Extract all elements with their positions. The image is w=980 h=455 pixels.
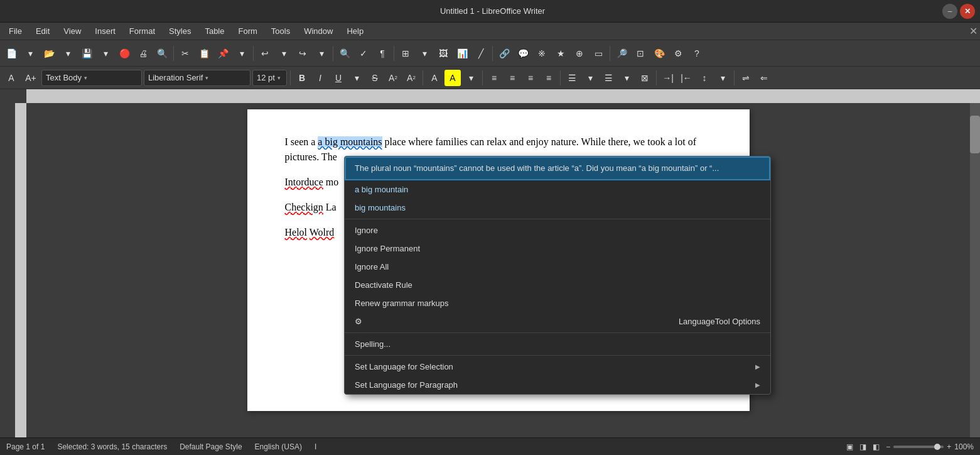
deactivate-rule-menu-item[interactable]: Deactivate Rule bbox=[345, 276, 770, 294]
vertical-scrollbar[interactable] bbox=[970, 103, 980, 437]
para-spacing-dropdown-button[interactable]: ▾ bbox=[714, 70, 731, 86]
justify-button[interactable]: ≡ bbox=[541, 70, 557, 86]
close-button[interactable]: ✕ bbox=[960, 4, 975, 19]
ignore-permanent-menu-item[interactable]: Ignore Permanent bbox=[345, 239, 770, 258]
view-web-icon[interactable]: ◨ bbox=[859, 442, 866, 451]
line-button[interactable]: ╱ bbox=[472, 45, 490, 62]
outline-remove-button[interactable]: ⊠ bbox=[637, 70, 653, 86]
view-book-icon[interactable]: ◧ bbox=[873, 442, 880, 451]
print-button[interactable]: 🖨 bbox=[134, 45, 152, 62]
new-style-button[interactable]: A+ bbox=[22, 69, 40, 87]
save-button[interactable]: 💾 bbox=[78, 45, 95, 62]
highlight-dropdown-button[interactable]: ▾ bbox=[463, 70, 479, 86]
links-button[interactable]: 🔗 bbox=[495, 45, 513, 62]
numbering-button[interactable]: ☰ bbox=[600, 70, 617, 86]
style-list-button[interactable]: A bbox=[3, 69, 20, 87]
copy-button[interactable]: 📋 bbox=[195, 45, 213, 62]
table-dropdown-button[interactable]: ▾ bbox=[416, 45, 433, 62]
table-button[interactable]: ⊞ bbox=[397, 45, 414, 62]
paragraph-spacing-button[interactable]: ↕ bbox=[696, 70, 713, 86]
align-right-button[interactable]: ≡ bbox=[522, 70, 539, 86]
view-normal-icon[interactable]: ▣ bbox=[846, 442, 853, 451]
footnote-button[interactable]: ※ bbox=[533, 45, 551, 62]
paste-button[interactable]: 📌 bbox=[214, 45, 232, 62]
menu-styles[interactable]: Styles bbox=[163, 25, 197, 38]
menu-help[interactable]: Help bbox=[340, 25, 370, 38]
subscript-button[interactable]: A2 bbox=[403, 70, 419, 86]
close-doc-button[interactable]: ✕ bbox=[969, 25, 977, 37]
help-icon-button[interactable]: ? bbox=[688, 45, 706, 62]
cross-ref-button[interactable]: ⊕ bbox=[571, 45, 588, 62]
align-center-button[interactable]: ≡ bbox=[504, 70, 520, 86]
formatting-marks-button[interactable]: ¶ bbox=[374, 45, 391, 62]
suggestion-2[interactable]: big mountains bbox=[345, 199, 770, 217]
menu-sep3 bbox=[345, 355, 770, 356]
menu-window[interactable]: Window bbox=[298, 25, 339, 38]
underline-dropdown-button[interactable]: ▾ bbox=[348, 70, 365, 86]
spellcheck-button[interactable]: 🔍 bbox=[336, 45, 353, 62]
new-dropdown-button[interactable]: ▾ bbox=[21, 45, 39, 62]
suggestion-1[interactable]: a big mountain bbox=[345, 180, 770, 199]
undo-dropdown-button[interactable]: ▾ bbox=[275, 45, 293, 62]
open-dropdown-button[interactable]: ▾ bbox=[59, 45, 77, 62]
settings-button[interactable]: ⚙ bbox=[669, 45, 687, 62]
bookmark-button[interactable]: ★ bbox=[552, 45, 569, 62]
menu-view[interactable]: View bbox=[57, 25, 87, 38]
save-dropdown-button[interactable]: ▾ bbox=[97, 45, 114, 62]
undo-button[interactable]: ↩ bbox=[256, 45, 274, 62]
scrollbar-thumb[interactable] bbox=[970, 116, 980, 153]
indent-increase-button[interactable]: →| bbox=[660, 70, 676, 86]
cut-button[interactable]: ✂ bbox=[176, 45, 194, 62]
menu-insert[interactable]: Insert bbox=[89, 25, 122, 38]
menu-file[interactable]: File bbox=[3, 25, 28, 38]
ignore-all-menu-item[interactable]: Ignore All bbox=[345, 258, 770, 276]
renew-grammar-menu-item[interactable]: Renew grammar markups bbox=[345, 294, 770, 312]
redo-dropdown-button[interactable]: ▾ bbox=[313, 45, 330, 62]
preview-button[interactable]: 🔍 bbox=[153, 45, 171, 62]
styles-button[interactable]: 🎨 bbox=[650, 45, 668, 62]
spelling-menu-item[interactable]: Spelling... bbox=[345, 335, 770, 353]
menu-table[interactable]: Table bbox=[198, 25, 230, 38]
zoom-out-button[interactable]: − bbox=[886, 442, 890, 451]
navigator-button[interactable]: ⊡ bbox=[632, 45, 649, 62]
autocorrect-button[interactable]: ✓ bbox=[355, 45, 372, 62]
menu-edit[interactable]: Edit bbox=[30, 25, 56, 38]
set-language-paragraph-menu-item[interactable]: Set Language for Paragraph ▶ bbox=[345, 376, 770, 394]
italic-button[interactable]: I bbox=[312, 70, 328, 86]
numbering-dropdown-button[interactable]: ▾ bbox=[618, 70, 635, 86]
zoom-in-button[interactable]: + bbox=[947, 442, 951, 451]
new-button[interactable]: 📄 bbox=[3, 45, 20, 62]
font-highlight-button[interactable]: A bbox=[444, 70, 461, 86]
comments-button[interactable]: 💬 bbox=[514, 45, 532, 62]
paragraph-style-dropdown[interactable]: Text Body ▾ bbox=[41, 70, 142, 86]
menu-format[interactable]: Format bbox=[123, 25, 161, 38]
bullets-button[interactable]: ☰ bbox=[564, 70, 580, 86]
rtl-button[interactable]: ⇐ bbox=[756, 70, 772, 86]
pdf-button[interactable]: 🔴 bbox=[116, 45, 133, 62]
underline-button[interactable]: U bbox=[330, 70, 347, 86]
menu-tools[interactable]: Tools bbox=[265, 25, 296, 38]
open-button[interactable]: 📂 bbox=[40, 45, 58, 62]
text-direction-button[interactable]: ⇌ bbox=[738, 70, 754, 86]
chart-button[interactable]: 📊 bbox=[453, 45, 471, 62]
ignore-menu-item[interactable]: Ignore bbox=[345, 221, 770, 239]
language-tool-menu-item[interactable]: ⚙ LanguageTool Options bbox=[345, 312, 770, 331]
superscript-button[interactable]: A2 bbox=[385, 70, 401, 86]
textbox-button[interactable]: ▭ bbox=[590, 45, 607, 62]
indent-decrease-button[interactable]: |← bbox=[678, 70, 694, 86]
bullets-dropdown-button[interactable]: ▾ bbox=[582, 70, 598, 86]
align-left-button[interactable]: ≡ bbox=[486, 70, 502, 86]
font-size-dropdown[interactable]: 12 pt ▾ bbox=[252, 70, 287, 86]
zoom-slider[interactable] bbox=[893, 446, 944, 448]
strikethrough-button[interactable]: S bbox=[367, 70, 383, 86]
redo-button[interactable]: ↪ bbox=[294, 45, 311, 62]
char-color-button[interactable]: A bbox=[426, 70, 443, 86]
font-name-dropdown[interactable]: Liberation Serif ▾ bbox=[144, 70, 250, 86]
menu-form[interactable]: Form bbox=[232, 25, 263, 38]
find-button[interactable]: 🔎 bbox=[613, 45, 630, 62]
image-button[interactable]: 🖼 bbox=[434, 45, 452, 62]
paste-dropdown-button[interactable]: ▾ bbox=[233, 45, 250, 62]
set-language-selection-menu-item[interactable]: Set Language for Selection ▶ bbox=[345, 358, 770, 376]
minimize-button[interactable]: – bbox=[942, 4, 957, 19]
bold-button[interactable]: B bbox=[294, 70, 310, 86]
